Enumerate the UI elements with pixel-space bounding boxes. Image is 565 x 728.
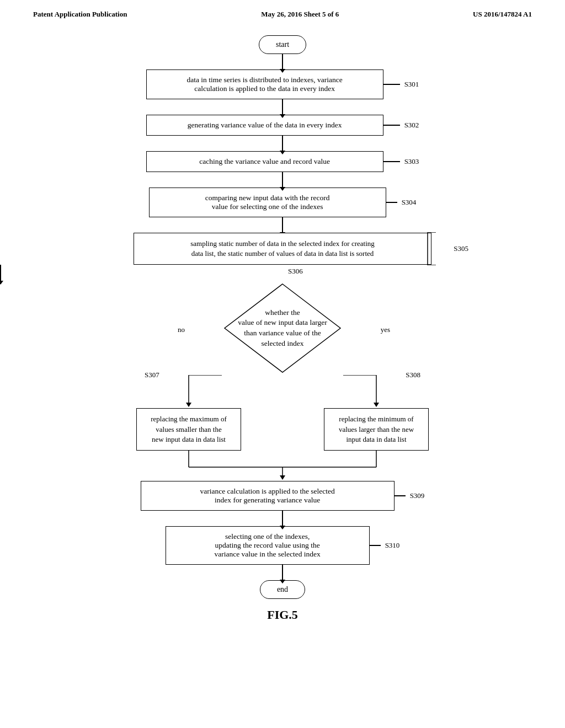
s305-box: sampling static number of data in the se… (134, 233, 431, 265)
s305-label: S305 (454, 244, 468, 254)
diamond-text: whether thevalue of new input data large… (238, 308, 327, 350)
branch-boxes-row: replacing the maximum ofvalues smaller t… (100, 408, 465, 451)
fig-label: FIG.5 (267, 608, 298, 622)
s304-row: comparing new input data with the record… (0, 188, 565, 217)
s309-box: variance calculation is applied to the s… (141, 481, 395, 511)
arrow-10 (282, 565, 283, 580)
s303-text: caching the variance value and record va… (199, 157, 330, 165)
s303-connector: S303 (383, 157, 419, 166)
s307-box: replacing the maximum ofvalues smaller t… (136, 408, 241, 451)
converge-lines (100, 451, 465, 481)
s310-row: selecting one of the indexes,updating th… (0, 526, 565, 565)
arrow-6-wrapper: S306 (0, 265, 565, 281)
header-left: Patent Application Publication (33, 10, 127, 19)
s309-text: variance calculation is applied to the s… (200, 487, 334, 504)
s307-label-text: S307 (145, 371, 159, 379)
s309-connector: S309 (395, 491, 425, 500)
s306-label: S306 (288, 267, 303, 276)
s304-text: comparing new input data with the record… (205, 194, 330, 211)
svg-marker-5 (186, 403, 191, 407)
start-oval: start (259, 35, 306, 54)
s302-label: S302 (404, 121, 419, 130)
s304-label: S304 (402, 198, 417, 207)
arrow-5 (282, 217, 283, 233)
s301-label: S301 (404, 80, 419, 89)
yes-label: yes (381, 325, 390, 334)
arrow-1 (282, 54, 283, 69)
header-right: US 2016/147824 A1 (473, 10, 532, 19)
s304-connector: S304 (386, 198, 417, 207)
s309-label: S309 (410, 491, 425, 500)
s301-text: data in time series is distributed to in… (186, 76, 342, 93)
s302-connector: S302 (383, 121, 419, 130)
s301-row: data in time series is distributed to in… (0, 69, 565, 99)
branch-section: S307 S308 S307 S308 replacing the maximu… (100, 375, 465, 481)
s307-text: replacing the maximum ofvalues smaller t… (151, 415, 227, 443)
s308-label-text: S308 (406, 371, 420, 379)
s310-label: S310 (385, 541, 400, 550)
s310-box: selecting one of the indexes,updating th… (166, 526, 370, 565)
s305-row: sampling static number of data in the se… (0, 233, 565, 265)
s303-box: caching the variance value and record va… (146, 151, 383, 172)
s310-text: selecting one of the indexes,updating th… (214, 532, 320, 558)
s308-box: replacing the minimum ofvalues larger th… (324, 408, 429, 451)
svg-marker-16 (280, 475, 285, 480)
s305-bracket: S305 (425, 233, 468, 264)
s305-text: sampling static number of data in the se… (190, 239, 375, 258)
branch-lines: S307 S308 S307 S308 (100, 375, 465, 408)
s301-connector: S301 (383, 80, 419, 89)
s302-text: generating variance value of the data in… (188, 121, 342, 129)
s303-label: S303 (404, 157, 419, 166)
diamond: whether thevalue of new input data large… (222, 281, 343, 375)
arrow-6 (0, 265, 1, 281)
s302-box: generating variance value of the data in… (146, 115, 383, 136)
s308-text: replacing the minimum ofvalues larger th… (339, 415, 414, 443)
diamond-wrapper: whether thevalue of new input data large… (0, 281, 565, 375)
s304-box: comparing new input data with the record… (149, 188, 386, 217)
arrow-4 (282, 172, 283, 188)
s301-box: data in time series is distributed to in… (146, 69, 383, 99)
arrow-9 (282, 511, 283, 526)
header-middle: May 26, 2016 Sheet 5 of 6 (261, 10, 339, 19)
diagram-container: start data in time series is distributed… (0, 24, 565, 628)
svg-marker-8 (374, 403, 379, 407)
no-label: no (178, 325, 185, 334)
header: Patent Application Publication May 26, 2… (0, 0, 565, 24)
arrow-2 (282, 99, 283, 115)
s310-connector: S310 (370, 541, 400, 550)
arrow-3 (282, 136, 283, 151)
s309-row: variance calculation is applied to the s… (0, 481, 565, 511)
